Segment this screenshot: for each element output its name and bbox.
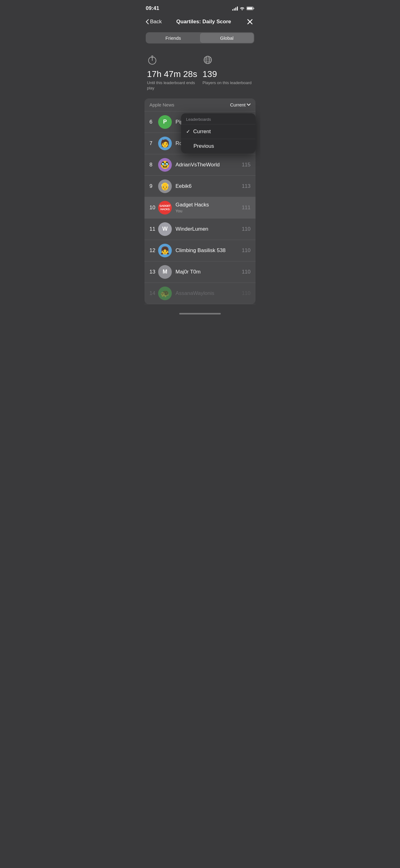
stats-row: 17h 47m 28s Until this leaderboard ends … bbox=[139, 50, 261, 98]
filter-dropdown: Leaderboards ✓ Current Previous bbox=[181, 113, 256, 153]
dropdown-item-label: Previous bbox=[194, 143, 214, 149]
player-sublabel: You bbox=[175, 209, 241, 213]
svg-rect-1 bbox=[247, 7, 253, 10]
table-row[interactable]: 14 🐢 AssanaWaylonis 110 bbox=[144, 283, 256, 304]
nav-header: Back Quartiles: Daily Score bbox=[139, 15, 261, 31]
status-icons bbox=[232, 6, 254, 10]
timer-label: Until this leaderboard ends play bbox=[147, 81, 198, 91]
player-score: 110 bbox=[241, 290, 251, 297]
globe-icon bbox=[202, 55, 253, 67]
players-stat: 139 Players on this leaderboard bbox=[202, 55, 253, 91]
avatar: W bbox=[158, 222, 172, 236]
home-bar bbox=[179, 313, 221, 314]
player-score: 110 bbox=[241, 226, 251, 232]
player-score: 110 bbox=[241, 247, 251, 254]
player-name: Maj0r T0m bbox=[175, 269, 241, 275]
tab-global[interactable]: Global bbox=[200, 33, 254, 43]
close-icon bbox=[247, 19, 253, 25]
table-row[interactable]: 12 👧 Climbing Basilisk 538 110 bbox=[144, 240, 256, 261]
player-name: WinderLumen bbox=[175, 226, 241, 232]
timer-stat: 17h 47m 28s Until this leaderboard ends … bbox=[147, 55, 198, 91]
player-name: Climbing Basilisk 538 bbox=[175, 247, 241, 254]
player-rank: 8 bbox=[149, 162, 158, 168]
avatar: 🥸 bbox=[158, 158, 172, 172]
player-info: Eebik6 bbox=[175, 183, 241, 189]
chevron-down-icon bbox=[247, 103, 251, 106]
tab-segment-control: Friends Global bbox=[146, 32, 254, 43]
dropdown-item-previous[interactable]: Previous bbox=[181, 139, 256, 153]
player-rank: 12 bbox=[149, 247, 158, 254]
timer-icon bbox=[147, 55, 198, 67]
table-row-self[interactable]: 10 GADGETHACKS Gadget Hacks You 111 bbox=[144, 197, 256, 219]
dropdown-item-label: Current bbox=[193, 128, 211, 135]
filter-label: Current bbox=[230, 102, 245, 107]
player-rank: 14 bbox=[149, 290, 158, 297]
table-row[interactable]: 9 👴 Eebik6 113 bbox=[144, 176, 256, 197]
player-name: AdrianVsTheWorld bbox=[175, 162, 241, 168]
avatar: 🧑 bbox=[158, 136, 172, 150]
avatar: M bbox=[158, 265, 172, 279]
player-rank: 13 bbox=[149, 269, 158, 275]
player-name: AssanaWaylonis bbox=[175, 290, 241, 297]
player-rank: 9 bbox=[149, 183, 158, 189]
close-button[interactable] bbox=[245, 18, 254, 26]
player-score: 110 bbox=[241, 269, 251, 275]
battery-icon bbox=[246, 6, 254, 10]
table-row[interactable]: 8 🥸 AdrianVsTheWorld 115 bbox=[144, 154, 256, 176]
player-info: AdrianVsTheWorld bbox=[175, 162, 241, 168]
player-score: 113 bbox=[241, 183, 251, 189]
signal-icon bbox=[232, 6, 238, 10]
avatar: GADGETHACKS bbox=[158, 201, 172, 215]
player-score: 111 bbox=[241, 205, 251, 211]
back-label: Back bbox=[150, 19, 162, 25]
status-bar: 09:41 bbox=[139, 0, 261, 15]
player-name: Gadget Hacks bbox=[175, 202, 241, 208]
table-row[interactable]: 13 M Maj0r T0m 110 bbox=[144, 261, 256, 283]
player-rank: 11 bbox=[149, 226, 158, 232]
timer-value: 17h 47m 28s bbox=[147, 69, 198, 79]
leaderboard-source: Apple News bbox=[149, 102, 174, 107]
player-info: Climbing Basilisk 538 bbox=[175, 247, 241, 254]
wifi-icon bbox=[240, 6, 245, 10]
player-info: Maj0r T0m bbox=[175, 269, 241, 275]
player-info: WinderLumen bbox=[175, 226, 241, 232]
page-title: Quartiles: Daily Score bbox=[176, 19, 231, 25]
player-name: Eebik6 bbox=[175, 183, 241, 189]
avatar: P bbox=[158, 115, 172, 129]
avatar: 👧 bbox=[158, 244, 172, 257]
checkmark-icon: ✓ bbox=[186, 128, 190, 134]
leaderboard-container: Apple News Current 6 P PipeD 7 🧑 Rossv 8… bbox=[144, 98, 256, 304]
dropdown-header: Leaderboards bbox=[181, 113, 256, 124]
player-score: 115 bbox=[241, 162, 251, 168]
players-label: Players on this leaderboard bbox=[202, 81, 253, 86]
status-time: 09:41 bbox=[146, 5, 159, 11]
svg-rect-2 bbox=[254, 8, 254, 9]
tab-friends[interactable]: Friends bbox=[146, 33, 200, 43]
players-value: 139 bbox=[202, 69, 253, 79]
leaderboard-filter-button[interactable]: Current bbox=[230, 102, 251, 107]
player-rank: 7 bbox=[149, 140, 158, 147]
avatar: 👴 bbox=[158, 180, 172, 193]
player-rank: 10 bbox=[149, 205, 158, 211]
player-info: AssanaWaylonis bbox=[175, 290, 241, 297]
dropdown-item-current[interactable]: ✓ Current bbox=[181, 124, 256, 139]
table-row[interactable]: 11 W WinderLumen 110 bbox=[144, 219, 256, 240]
player-info: Gadget Hacks You bbox=[175, 202, 241, 213]
player-rank: 6 bbox=[149, 119, 158, 125]
leaderboard-header: Apple News Current bbox=[144, 98, 256, 112]
back-chevron-icon bbox=[146, 19, 149, 24]
back-button[interactable]: Back bbox=[146, 19, 162, 25]
avatar: 🐢 bbox=[158, 286, 172, 300]
home-indicator bbox=[139, 309, 261, 317]
